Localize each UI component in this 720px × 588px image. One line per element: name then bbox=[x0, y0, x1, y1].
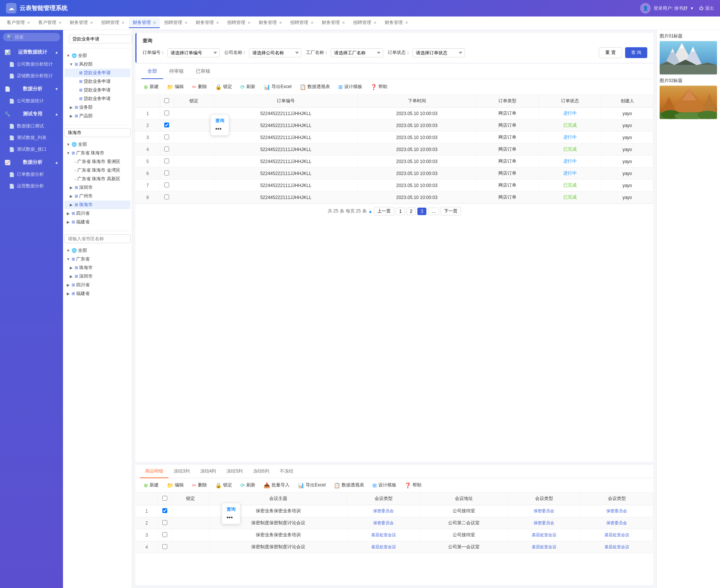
row-checkbox[interactable] bbox=[164, 195, 169, 199]
sub-tab-5[interactable]: 不冻结 bbox=[274, 465, 298, 478]
tree-node-loan-3[interactable]: ⊞ 贷款业务申请 bbox=[64, 86, 130, 94]
tree-geo-guangdong[interactable]: ▼ ⊞ 广东省 珠海市 bbox=[64, 149, 130, 157]
tree-geo-zhuhai[interactable]: ▶ ⊞ 珠海市 bbox=[64, 200, 130, 209]
sub-tab-0[interactable]: 商品明细 bbox=[140, 465, 168, 478]
tab-3[interactable]: 招聘管理 ✕ bbox=[98, 18, 128, 28]
sidebar-item-test-list[interactable]: 📄 测试数据_列表 bbox=[0, 132, 63, 144]
status-select[interactable]: 请选择订单状态 bbox=[412, 48, 465, 57]
sidebar-item-test-api[interactable]: 📄 测试数据_接口 bbox=[0, 144, 63, 155]
tab-2[interactable]: 财务管理 ✕ bbox=[66, 18, 97, 28]
tab-close-3[interactable]: ✕ bbox=[122, 21, 124, 25]
mrow-checkbox[interactable] bbox=[162, 544, 167, 549]
tab-close-12[interactable]: ✕ bbox=[405, 21, 408, 25]
row-checkbox[interactable] bbox=[164, 135, 169, 139]
tree-node-chanpin[interactable]: ▶ ⊞ 产品部 bbox=[64, 112, 130, 120]
tab-close-5[interactable]: ✕ bbox=[184, 21, 188, 25]
reset-button[interactable]: 重 置 bbox=[599, 47, 622, 58]
sidebar-item-store-analysis[interactable]: 📄 店铺数据分析统计 bbox=[0, 70, 63, 82]
tab-11[interactable]: 招聘管理 ✕ bbox=[350, 18, 380, 28]
tree-geo-sichuan[interactable]: ▶ ⊞ 四川省 bbox=[64, 209, 130, 218]
sub-help-button[interactable]: ❓ 帮助 bbox=[401, 480, 425, 490]
sidebar-group-title-2[interactable]: 🔧 测试专用 ▲ bbox=[0, 108, 63, 120]
page-2-button[interactable]: 2 bbox=[406, 208, 416, 215]
delete-button[interactable]: ✂ 删除 bbox=[188, 82, 211, 91]
design-button[interactable]: ⊞ 设计模板 bbox=[334, 82, 366, 91]
tab-1[interactable]: 客户管理 ✕ bbox=[34, 18, 65, 28]
company-select[interactable]: 请选择公司名称 bbox=[249, 48, 302, 57]
tree-geo2-all[interactable]: ▼ 🌐 全部 bbox=[64, 246, 130, 255]
mrow-checkbox[interactable] bbox=[162, 520, 167, 525]
sub-edit-button[interactable]: 📁 编辑 bbox=[163, 480, 188, 490]
sidebar-search-input[interactable] bbox=[15, 34, 56, 40]
tab-close-4[interactable]: ✕ bbox=[153, 21, 156, 25]
row-checkbox[interactable] bbox=[164, 159, 169, 163]
sub-design-button[interactable]: ⊞ 设计模板 bbox=[369, 480, 400, 490]
tab-4[interactable]: 财务管理 ✕ bbox=[129, 18, 160, 28]
tab-close-7[interactable]: ✕ bbox=[248, 21, 250, 25]
tab-close-8[interactable]: ✕ bbox=[279, 21, 282, 25]
tree-node-loan-1[interactable]: ⊞ 贷款业务申请 bbox=[64, 69, 130, 77]
sub-tab-4[interactable]: 冻结6列 bbox=[248, 465, 274, 478]
export-excel-button[interactable]: 📊 导出Excel bbox=[260, 82, 295, 91]
sub-export-button[interactable]: 📊 导出Excel bbox=[294, 480, 329, 490]
pivot-button[interactable]: 📋 数据透视表 bbox=[296, 82, 334, 91]
tree-node-yewu[interactable]: ▶ ⊞ 业务部 bbox=[64, 103, 130, 112]
sidebar-item-api-test[interactable]: 📄 数据接口测试 bbox=[0, 120, 63, 132]
sidebar-item-ops-analysis[interactable]: 📄 运营数据分析 bbox=[0, 180, 63, 192]
tree-geo2-shenzhen[interactable]: ▶ ⊞ 深圳市 bbox=[64, 272, 130, 281]
tab-0[interactable]: 客户管理 ✕ bbox=[3, 18, 34, 28]
tab-7[interactable]: 招聘管理 ✕ bbox=[224, 18, 254, 28]
logout-button[interactable]: ⏻ 退出 bbox=[699, 5, 714, 12]
tree-geo-gaoxin[interactable]: ▫ 广东省 珠海市 高新区 bbox=[64, 175, 130, 183]
edit-button[interactable]: 📁 编辑 bbox=[163, 82, 188, 91]
tab-pending[interactable]: 待审核 bbox=[163, 64, 190, 79]
tree-geo-guangzhou[interactable]: ▶ ⊞ 广州市 bbox=[64, 192, 130, 200]
tab-close-0[interactable]: ✕ bbox=[27, 21, 30, 25]
refresh-button[interactable]: ⟳ 刷新 bbox=[237, 82, 259, 91]
tree-geo-shenzhen[interactable]: ▶ ⊞ 深圳市 bbox=[64, 183, 130, 192]
geo2-search-input[interactable] bbox=[64, 234, 130, 243]
tab-close-10[interactable]: ✕ bbox=[342, 21, 345, 25]
sidebar-group-title-0[interactable]: 📊 运营数据统计 ▲ bbox=[0, 46, 63, 58]
select-all-checkbox[interactable] bbox=[164, 98, 169, 103]
tree-geo-all[interactable]: ▼ 🌐 全部 bbox=[64, 140, 130, 149]
tab-12[interactable]: 财务管理 ✕ bbox=[381, 18, 412, 28]
order-select[interactable]: 请选择订单编号 bbox=[167, 48, 220, 57]
tab-8[interactable]: 财务管理 ✕ bbox=[255, 18, 286, 28]
mrow-checkbox[interactable] bbox=[162, 508, 167, 513]
next-page-button[interactable]: 下一页 bbox=[441, 207, 461, 215]
tab-close-2[interactable]: ✕ bbox=[90, 21, 93, 25]
user-info[interactable]: 👤 登录用户: 徐书妤 ▾ bbox=[640, 3, 693, 13]
tree-geo-fujian[interactable]: ▶ ⊞ 福建省 bbox=[64, 218, 130, 226]
tab-close-1[interactable]: ✕ bbox=[58, 21, 62, 25]
tree-geo2-guangdong[interactable]: ▼ ⊞ 广东省 bbox=[64, 255, 130, 263]
tree-node-loan-4[interactable]: ⊞ 贷款业务申请 bbox=[64, 94, 130, 103]
sub-import-button[interactable]: 📥 批量导入 bbox=[260, 480, 293, 490]
meeting-select-all[interactable] bbox=[162, 496, 167, 501]
sub-tab-1[interactable]: 冻结3列 bbox=[168, 465, 195, 478]
sub-tab-3[interactable]: 冻结5列 bbox=[221, 465, 248, 478]
tree-geo2-zhuhai[interactable]: ▶ ⊞ 珠海市 bbox=[64, 263, 130, 272]
page-3-button[interactable]: 3 bbox=[417, 208, 427, 215]
tree-geo2-fujian[interactable]: ▶ ⊞ 福建省 bbox=[64, 289, 130, 298]
tab-5[interactable]: 招聘管理 ✕ bbox=[160, 18, 191, 28]
tab-all[interactable]: 全部 bbox=[141, 64, 163, 79]
tab-close-6[interactable]: ✕ bbox=[216, 21, 219, 25]
factory-select[interactable]: 请选择工厂名称 bbox=[331, 48, 383, 57]
tab-9[interactable]: 招聘管理 ✕ bbox=[286, 18, 317, 28]
geo-search-input[interactable] bbox=[64, 128, 130, 137]
sidebar-group-title-1[interactable]: 📄 数据分析 ▼ bbox=[0, 82, 63, 95]
sidebar-item-company-stats[interactable]: 📄 公司数据统计 bbox=[0, 95, 63, 107]
prev-page-button[interactable]: 上一页 bbox=[374, 207, 394, 215]
tree-search-input[interactable] bbox=[69, 34, 132, 43]
tab-6[interactable]: 财务管理 ✕ bbox=[192, 18, 223, 28]
sub-tab-2[interactable]: 冻结4列 bbox=[195, 465, 222, 478]
sidebar-item-company-analysis[interactable]: 📄 公司数据分析统计 bbox=[0, 58, 63, 70]
tree-node-loan-2[interactable]: ⊞ 贷款业务申请 bbox=[64, 77, 130, 86]
lock-button[interactable]: 🔒 锁定 bbox=[212, 82, 236, 91]
tab-approved[interactable]: 已审核 bbox=[190, 64, 216, 79]
tab-close-9[interactable]: ✕ bbox=[310, 21, 314, 25]
tab-close-11[interactable]: ✕ bbox=[374, 21, 376, 25]
sub-new-button[interactable]: ⊕ 新建 bbox=[140, 480, 162, 490]
row-checkbox[interactable] bbox=[164, 147, 169, 151]
